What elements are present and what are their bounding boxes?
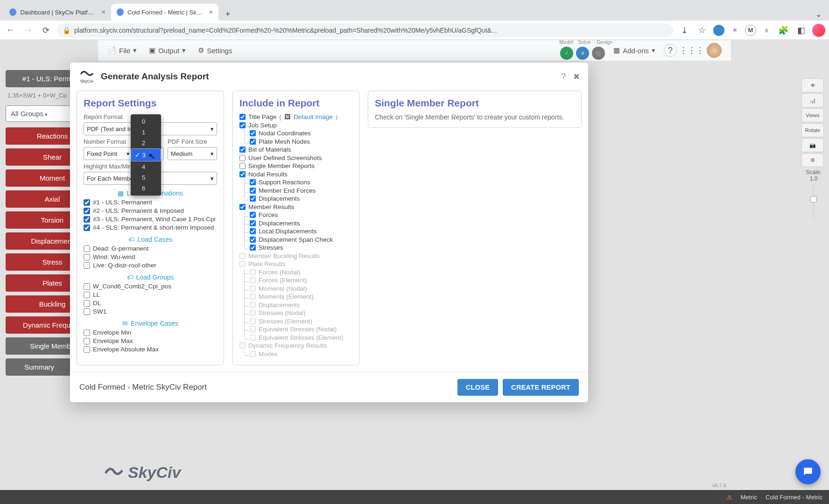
chk-nodal[interactable] [239,171,246,177]
checkbox[interactable] [84,300,90,307]
tab-overflow-button[interactable]: ⌄ [812,8,825,21]
checkbox[interactable] [84,216,90,223]
settings-menu[interactable]: ⚙ Settings [198,46,232,55]
back-button[interactable]: ← [4,24,17,37]
checkbox[interactable] [250,196,256,202]
close-button[interactable]: CLOSE [457,379,498,396]
default-image-link[interactable]: Default Image [294,113,333,120]
single-member-panel: Single Member Report Check on 'Single Me… [368,91,582,128]
user-avatar[interactable] [707,43,722,58]
create-report-button[interactable]: CREATE REPORT [503,379,579,396]
favicon-icon [9,8,16,16]
model-mode-icon[interactable]: ✓ [560,47,573,60]
skyciv-logo-icon: SkyCiv [78,68,95,85]
chk-user-screens[interactable] [239,155,246,161]
chk-member[interactable] [239,204,246,210]
file-label[interactable]: Cold Formed - Metric [766,494,822,501]
dropdown-option[interactable]: 0 [131,116,161,127]
sidepanel-icon[interactable]: ◧ [794,24,808,37]
checkbox[interactable] [84,262,90,269]
dropdown-option[interactable]: 4 [131,161,161,172]
checkbox[interactable] [84,338,90,344]
checkbox-label: Displacements [259,220,300,227]
decimal-dropdown-menu: 0 1 2 3 4 5 6 [131,114,161,196]
browser-tab-active[interactable]: Cold Formed - Metric | SkyCiv × [111,4,218,21]
reload-button[interactable]: ⟳ [39,24,52,37]
checkbox[interactable] [250,245,256,251]
pdf-font-select[interactable]: Medium▾ [168,147,217,160]
checkbox[interactable] [84,346,90,353]
warning-icon[interactable]: ⚠ [727,494,732,501]
views-button[interactable]: Views [801,108,824,122]
forward-button[interactable]: → [21,24,35,37]
extension-icon[interactable] [713,25,724,36]
new-tab-button[interactable]: + [221,7,234,21]
bookmark-icon[interactable]: ☆ [696,24,709,37]
checkbox[interactable] [250,188,256,194]
checkbox[interactable] [84,208,90,214]
settings-button[interactable]: ⚙ [801,153,824,167]
slider-track[interactable] [812,185,815,220]
unit-label[interactable]: Metric [741,494,757,501]
chart-toggle[interactable]: 📊 [801,93,824,107]
dropdown-option[interactable]: 2 [131,138,161,148]
help-icon[interactable]: ? [664,44,677,57]
checkbox[interactable] [250,139,256,145]
dropdown-option-selected[interactable]: 3 [131,148,161,161]
chk-title-page[interactable] [239,114,246,120]
browser-tab[interactable]: Dashboard | SkyCiv Platform × [4,4,111,21]
checkbox[interactable] [84,308,90,315]
close-icon[interactable]: × [102,8,105,16]
dropdown-option[interactable]: 6 [131,183,161,194]
checkbox[interactable] [250,179,256,185]
close-icon[interactable]: × [209,8,213,16]
address-bar[interactable]: 🔒 platform.skyciv.com/structural?preload… [57,23,673,37]
version-text: v5.7.6 [712,483,726,488]
dropdown-option[interactable]: 5 [131,172,161,183]
addons-menu[interactable]: ▦ Add-ons ▾ [613,46,655,55]
sidebar-pill-summary[interactable]: Summary [6,358,73,376]
chk-job-setup[interactable] [239,122,246,128]
close-icon[interactable]: ✖ [573,72,580,82]
chk-single-member[interactable] [239,163,246,169]
checkbox-label: Displacements [259,301,300,308]
extension-icon[interactable]: s [761,25,772,36]
number-format-select[interactable]: Fixed Point▾ [84,147,133,160]
help-icon[interactable]: ? [562,72,566,82]
camera-button[interactable]: 📷 [801,138,824,152]
checkbox[interactable] [250,212,256,218]
rotate-button[interactable]: Rotate [801,123,824,137]
checkbox[interactable] [250,237,256,243]
checkbox[interactable] [84,292,90,298]
visibility-toggle[interactable]: 👁 [801,78,824,92]
checkbox[interactable] [84,245,90,252]
checkbox[interactable] [84,283,90,290]
solve-mode-icon[interactable]: ⚡ [576,47,589,60]
extension-icon[interactable]: ✳ [729,25,740,36]
checkbox[interactable] [84,329,90,336]
checkbox-label: Moments (Nodal) [259,285,307,292]
slider-thumb[interactable] [810,196,817,203]
url-text: platform.skyciv.com/structural?preload_n… [74,27,497,34]
profile-avatar[interactable] [812,24,825,37]
field-label: PDF Font Size [168,138,217,145]
chk-bom[interactable] [239,147,246,153]
checkbox-label: #1 - ULS: Permanent [93,199,152,206]
install-app-icon[interactable]: ⤓ [678,24,691,37]
design-mode-icon[interactable]: ⬚ [592,47,605,60]
field-label: Number Format [84,138,133,145]
apps-grid-icon[interactable]: ⋮⋮⋮ [685,44,698,57]
chat-button[interactable] [795,459,821,484]
dropdown-option[interactable]: 1 [131,127,161,138]
extensions-menu-icon[interactable]: 🧩 [777,24,790,37]
checkbox[interactable] [84,254,90,260]
checkbox[interactable] [84,199,90,206]
extension-icon[interactable]: M [745,25,756,36]
file-menu[interactable]: 📄 File ▾ [107,46,137,55]
mode-label: Design [597,39,612,45]
checkbox[interactable] [250,228,256,234]
checkbox[interactable] [84,224,90,231]
checkbox[interactable] [250,220,256,226]
output-menu[interactable]: ▣ Output ▾ [149,46,186,55]
checkbox[interactable] [250,130,256,136]
